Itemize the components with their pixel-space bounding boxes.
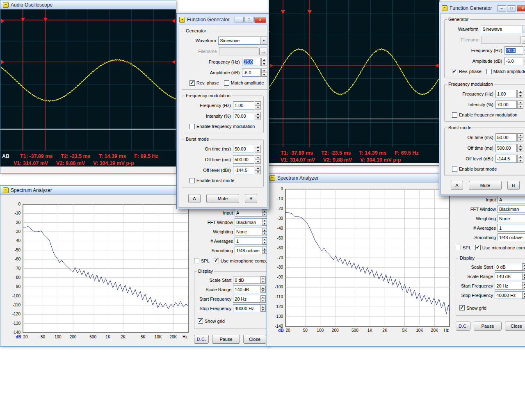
- spinner[interactable]: [522, 263, 525, 270]
- start-frequency-select[interactable]: 20 Hz: [495, 282, 525, 290]
- averages-input[interactable]: 1: [498, 224, 525, 232]
- svg-text:100: 100: [55, 335, 62, 339]
- pause-button[interactable]: Pause: [474, 322, 502, 331]
- stop-frequency-select[interactable]: 40000 Hz: [495, 291, 525, 299]
- rev-phase-checkbox[interactable]: [189, 80, 195, 86]
- enable-fm-checkbox[interactable]: [452, 112, 457, 118]
- fm-frequency-spinner[interactable]: [255, 101, 261, 110]
- burst-level-spinner[interactable]: [255, 166, 261, 174]
- scale-start-select[interactable]: 0 dB: [495, 263, 525, 271]
- browse-button[interactable]: ...: [522, 36, 525, 44]
- scale-range-select[interactable]: 140 dB: [495, 272, 525, 280]
- smoothing-select[interactable]: 1/48 octave: [235, 247, 267, 254]
- channel-a-button[interactable]: A: [188, 194, 201, 203]
- amplitude-input[interactable]: -6.0: [242, 68, 261, 77]
- minimize-button[interactable]: –: [235, 17, 244, 23]
- scale-start-select[interactable]: 0 dB: [233, 276, 266, 284]
- spinner[interactable]: [260, 276, 265, 283]
- spinner[interactable]: [260, 305, 265, 312]
- titlebar[interactable]: ~ Function Generator – □ ×: [441, 3, 525, 13]
- close-button[interactable]: ×: [254, 17, 266, 23]
- spl-checkbox[interactable]: [194, 258, 199, 263]
- titlebar[interactable]: ~ Function Generator – □ ×: [178, 15, 267, 25]
- fm-intensity-input[interactable]: 70.00: [233, 112, 254, 120]
- show-grid-checkbox[interactable]: [459, 305, 465, 310]
- amplitude-spinner[interactable]: [524, 57, 525, 65]
- fm-frequency-input[interactable]: 1.00: [495, 90, 517, 98]
- stop-frequency-select[interactable]: 40000 Hz: [233, 304, 266, 312]
- fm-intensity-spinner[interactable]: [255, 112, 261, 120]
- maximize-button[interactable]: □: [244, 17, 253, 23]
- dc-button[interactable]: D.C.: [194, 335, 209, 344]
- fm-intensity-spinner[interactable]: [517, 100, 523, 109]
- mute-button[interactable]: Mute: [206, 194, 239, 203]
- titlebar[interactable]: ~ Audio Oscilloscope: [0, 0, 176, 9]
- input-select[interactable]: A: [235, 209, 267, 217]
- burst-off-time-input[interactable]: 500.00: [495, 144, 517, 152]
- fft-window-select[interactable]: Blackman: [498, 205, 525, 213]
- frequency-spinner[interactable]: [524, 46, 525, 55]
- dropdown-arrow-icon[interactable]: [523, 25, 525, 33]
- spl-checkbox[interactable]: [456, 245, 461, 250]
- desktop: ~ Audio Oscilloscope ABT1: -37.89 msT2: …: [0, 0, 525, 420]
- burst-off-spinner[interactable]: [255, 155, 261, 164]
- enable-burst-checkbox[interactable]: [189, 178, 195, 183]
- minimize-button[interactable]: –: [497, 5, 506, 11]
- burst-off-time-input[interactable]: 500.00: [233, 155, 254, 164]
- burst-on-time-input[interactable]: 50.00: [495, 133, 517, 142]
- weighting-select[interactable]: None: [498, 215, 525, 222]
- burst-off-level-input[interactable]: -144.5: [495, 155, 517, 163]
- smoothing-select[interactable]: 1/48 octave: [498, 233, 525, 241]
- burst-off-spinner[interactable]: [517, 144, 523, 152]
- enable-burst-checkbox[interactable]: [452, 167, 457, 172]
- channel-labels[interactable]: AB: [2, 153, 9, 159]
- close-button[interactable]: ×: [517, 5, 525, 11]
- frequency-spinner[interactable]: [261, 58, 267, 66]
- spinner[interactable]: [260, 286, 265, 293]
- pause-button[interactable]: Pause: [212, 335, 240, 344]
- fm-frequency-input[interactable]: 1.00: [233, 101, 254, 110]
- start-frequency-select[interactable]: 20 Hz: [233, 295, 266, 303]
- show-grid-checkbox[interactable]: [198, 318, 203, 324]
- spinner[interactable]: [522, 292, 525, 299]
- close-button[interactable]: Close: [505, 322, 525, 331]
- frequency-input[interactable]: 20.0: [504, 46, 523, 55]
- fm-intensity-input[interactable]: 70.00: [495, 100, 517, 109]
- match-amplitude-checkbox[interactable]: [224, 80, 229, 86]
- amplitude-input[interactable]: -6.0: [504, 57, 523, 65]
- enable-fm-checkbox[interactable]: [189, 124, 195, 129]
- fm-frequency-spinner[interactable]: [517, 90, 523, 98]
- burst-off-level-input[interactable]: -144.5: [233, 166, 254, 174]
- dropdown-arrow-icon[interactable]: [260, 37, 267, 44]
- browse-button[interactable]: ...: [259, 48, 267, 55]
- scale-range-select[interactable]: 140 dB: [233, 285, 266, 293]
- mute-button[interactable]: Mute: [469, 181, 502, 190]
- frequency-input[interactable]: 15.0: [242, 58, 261, 66]
- display-group: Display Scale Start0 dB Scale Range140 d…: [194, 269, 271, 329]
- spinner[interactable]: [522, 273, 525, 280]
- burst-on-spinner[interactable]: [517, 133, 523, 142]
- maximize-button[interactable]: □: [507, 5, 516, 11]
- waveform-select[interactable]: Sinewave: [218, 37, 267, 45]
- channel-b-button[interactable]: B: [245, 194, 257, 203]
- channel-b-button[interactable]: B: [507, 181, 520, 190]
- close-button[interactable]: Close: [243, 335, 266, 344]
- spinner[interactable]: [522, 282, 525, 289]
- burst-on-time-input[interactable]: 50.00: [233, 145, 254, 153]
- fft-window-select[interactable]: Blackman: [235, 218, 267, 226]
- rev-phase-checkbox[interactable]: [452, 69, 457, 74]
- input-select[interactable]: A: [498, 196, 525, 203]
- waveform-select[interactable]: Sinewave: [481, 25, 525, 33]
- averages-input[interactable]: 1: [235, 237, 267, 245]
- burst-level-spinner[interactable]: [517, 155, 523, 163]
- burst-on-spinner[interactable]: [255, 145, 261, 153]
- channel-a-button[interactable]: A: [451, 181, 463, 190]
- mic-comp-checkbox[interactable]: [475, 245, 481, 250]
- dc-button[interactable]: D.C.: [456, 322, 470, 331]
- mic-comp-checkbox[interactable]: [214, 258, 219, 263]
- spinner[interactable]: [260, 295, 265, 302]
- spectrum-controls: InputA FFT WindowBlackman WeightingNone …: [455, 183, 525, 331]
- weighting-select[interactable]: None: [235, 228, 267, 235]
- match-amplitude-checkbox[interactable]: [486, 69, 492, 74]
- amplitude-spinner[interactable]: [261, 68, 267, 77]
